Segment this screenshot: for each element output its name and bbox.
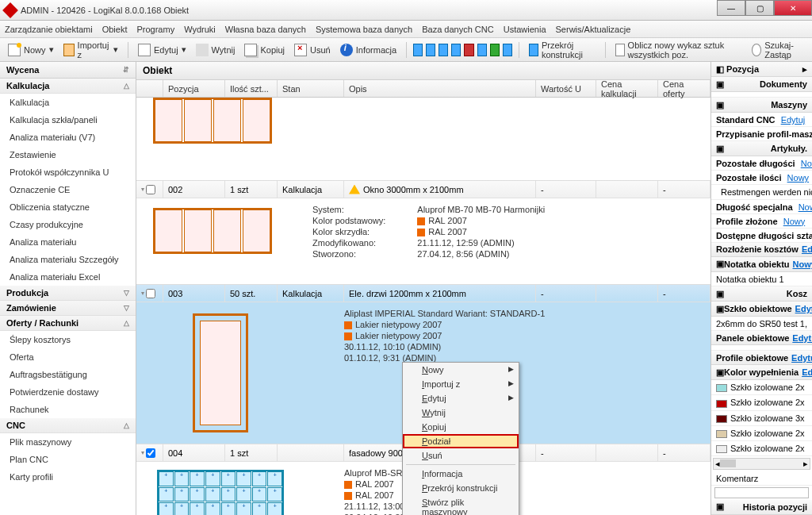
list-button[interactable]: Oblicz nowy wykaz sztuk wszystkich poz. [612,39,746,61]
maszyny-header[interactable]: ▣ Maszyny [711,98,812,113]
close-button[interactable]: ✕ [774,0,812,16]
section-oferty[interactable]: Oferty / Rachunki△ [0,316,136,331]
collapse-icon[interactable]: ⇵ [123,66,129,74]
context-menu-item[interactable]: Wytnij [403,405,519,420]
fill-item[interactable]: Szkło izolowane 2x [711,395,812,410]
notatka-header[interactable]: ▣ Notatka obiektu Nowy [711,257,812,272]
row-checkbox[interactable] [146,185,155,194]
sidebar-item[interactable]: Czasy produkcyjne [0,216,136,233]
new-button[interactable]: Nowy ▾ [5,42,57,58]
cut-button[interactable]: Wytnij [193,42,239,58]
fill-item[interactable]: Szkło izolowane 2x [711,441,812,456]
historia-header[interactable]: ▣ Historia pozycji [711,500,812,515]
menu-item[interactable]: Zarządzanie obiektami [5,25,93,34]
sidebar-item[interactable]: Ślepy kosztorys [0,331,136,348]
sidebar-item[interactable]: Analiza materiału Szczegóły [0,251,136,268]
context-menu-item[interactable]: Informacja [403,467,519,481]
fill-item[interactable]: Szkło izolowane 2x [711,426,812,441]
sidebar-item[interactable]: Oznaczenie CE [0,181,136,198]
copy-button[interactable]: Kopiuj [241,42,288,58]
col-pozycja[interactable]: Pozycja [163,80,225,97]
artykuly-header[interactable]: ▣ Artykuły. [711,141,812,156]
menu-item[interactable]: Programy [136,25,174,34]
minimize-button[interactable]: — [717,0,745,16]
sidebar-item[interactable]: Analiza materiału Excel [0,268,136,286]
context-menu-item[interactable]: Kopiuj [403,420,519,434]
tool-icon[interactable] [477,44,487,56]
tool-icon[interactable] [503,44,512,56]
sidebar-item[interactable]: Plik maszynowy [0,433,136,451]
context-menu-item[interactable]: Stwórz plik maszynowy [403,495,519,515]
col-cena-kalk[interactable]: Cena kalkulacji [596,80,658,97]
section-produkcja[interactable]: Produkcja▽ [0,286,136,301]
tool-icon[interactable] [439,44,448,56]
context-menu-item[interactable]: Przekrój konstrukcji [403,481,519,495]
menu-item[interactable]: Własna baza danych [225,25,306,34]
context-menu-item[interactable]: Edytuj▶ [403,391,519,405]
sidebar-item[interactable]: Potwierdzenie dostawy [0,383,136,401]
sidebar-item[interactable]: Auftragsbestätigung [0,366,136,383]
fill-item[interactable]: Szkło izolowane 2x [711,380,812,395]
import-button[interactable]: Importuj z ▾ [60,39,122,61]
col-opis[interactable]: Opis [344,80,536,97]
sidebar-item[interactable]: Analiza materiału (V7) [0,129,136,146]
col-u[interactable]: Wartość U [536,80,596,97]
sidebar-item[interactable]: Obliczenia statyczne [0,198,136,216]
context-menu-item[interactable]: Importuj z▶ [403,377,519,391]
profile-header[interactable]: Profile obiektowe Edytuj [711,351,812,365]
delete-button[interactable]: Usuń [291,42,334,58]
sidebar-item[interactable]: Rachunek [0,401,136,418]
info-button[interactable]: Informacja [337,42,400,58]
tool-icon[interactable] [413,44,423,56]
menu-item[interactable]: Systemowa baza danych [316,25,412,34]
row-checkbox[interactable] [146,448,155,458]
dokumenty-header[interactable]: ▣ Dokumenty [711,77,812,92]
tool-icon[interactable] [426,44,435,56]
maximize-button[interactable]: ▢ [745,0,774,16]
sidebar-item[interactable]: Oferta [0,348,136,366]
section-zamowienie[interactable]: Zamówienie▽ [0,301,136,316]
menu-item[interactable]: Obiekt [102,25,128,34]
tab-arrow[interactable]: ▸ [802,64,807,75]
rozlozenie-header[interactable]: Rozłożenie kosztów Edytuj [711,243,812,257]
h-scrollbar[interactable]: ◂▸ [713,458,810,470]
menu-item[interactable]: Wydruki [184,25,216,34]
tool-icon[interactable] [464,44,473,56]
tool-icon[interactable] [490,44,500,56]
menu-item[interactable]: Ustawienia [504,25,546,34]
sidebar-item[interactable]: Kalkulacja [0,94,136,111]
new-link[interactable]: Nowy [783,217,806,226]
sidebar-item[interactable]: Karty profili [0,468,136,486]
new-link[interactable]: Nowy [799,202,812,212]
kosz-header[interactable]: ▣ Kosz [711,286,812,302]
context-menu-item[interactable]: Nowy▶ [403,363,519,377]
panele-header[interactable]: Panele obiektowe Edytuj [711,331,812,345]
fill-item[interactable]: Szkło izolowane 3x [711,411,812,426]
find-button[interactable]: Szukaj-Zastąp [749,39,807,61]
szklo-header[interactable]: ▣ Szkło obiektowe Edytuj [711,302,812,317]
sidebar-item[interactable]: Zestawienie [0,146,136,163]
section-button[interactable]: Przekrój konstrukcji [526,39,599,61]
comment-box[interactable] [714,487,809,498]
sidebar-item[interactable]: Analiza materiału [0,233,136,251]
col-ilosc[interactable]: Ilość szt... [225,80,278,97]
section-cnc[interactable]: CNC△ [0,418,136,433]
context-menu-item[interactable]: Podział [403,434,519,448]
new-link[interactable]: Nowy [787,173,810,183]
tool-icon[interactable] [451,44,461,56]
position-row-002[interactable]: 002 1 szt Kalkulacja Okno 3000mm x 2100m… [136,181,710,285]
edit-button[interactable]: Edytuj ▾ [135,42,190,58]
section-kalkulacja[interactable]: Kalkulacja△ [0,79,136,94]
sidebar-item[interactable]: Protokół współczynnika U [0,163,136,181]
sidebar-item[interactable]: Kalkulacja szkła/paneli [0,111,136,129]
new-link[interactable]: Nowy [801,159,812,168]
col-check[interactable] [136,80,163,97]
position-row[interactable] [136,98,710,181]
kolor-header[interactable]: ▣ Kolor wypełnienia Edytuj [711,365,812,380]
menu-item[interactable]: Baza danych CNC [422,25,494,34]
col-cena-oferty[interactable]: Cena oferty [658,80,710,97]
menu-item[interactable]: Serwis/Aktualizacje [556,25,631,34]
row-checkbox[interactable] [146,289,155,298]
sidebar-item[interactable]: Plan CNC [0,451,136,468]
context-menu-item[interactable]: Usuń [403,448,519,463]
